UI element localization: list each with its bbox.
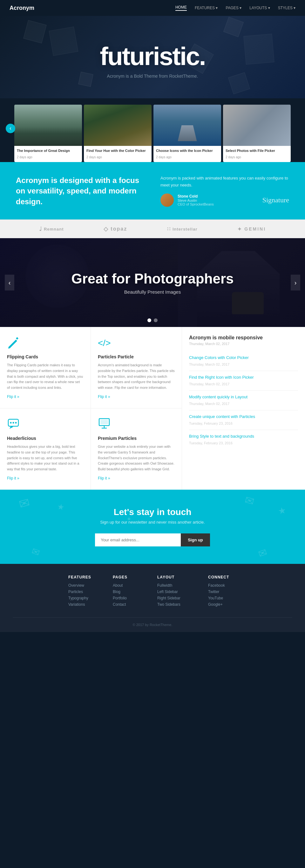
card-4-info: Select Photos with File Picker 2 days ag… bbox=[223, 146, 291, 162]
news-item-3-title[interactable]: Modify content quickly in Layout bbox=[189, 395, 298, 399]
footer-link-variations[interactable]: Variations bbox=[68, 602, 97, 607]
hero-section: futuristic. Acronym is a Bold Theme from… bbox=[0, 16, 305, 98]
footer-link-twitter[interactable]: Twitter bbox=[208, 590, 237, 594]
news-item-2-date: Thursday, March 02, 2017 bbox=[189, 382, 230, 386]
footer-bottom: © 2017 by RocketTheme. bbox=[13, 617, 292, 627]
footer-link-about[interactable]: About bbox=[113, 583, 141, 588]
feature-3-title: Headerlicious bbox=[7, 436, 84, 441]
nav-home[interactable]: HOME bbox=[175, 5, 187, 11]
feature-4-body: Give your website a look entirely your o… bbox=[98, 444, 175, 472]
feature-3-link[interactable]: Flip it » bbox=[7, 476, 19, 480]
feature-2-body: Acronym's animated background is made po… bbox=[98, 363, 175, 391]
code-icon: </> bbox=[98, 336, 175, 350]
footer-link-particles[interactable]: Particles bbox=[68, 590, 97, 594]
teal-left: Acronym is designed with a focus on vers… bbox=[16, 175, 144, 207]
nav-styles[interactable]: STYLES ▾ bbox=[278, 6, 296, 10]
news-title: Acronym is mobile responsive bbox=[189, 335, 298, 341]
photo-prev-button[interactable]: ‹ bbox=[5, 275, 14, 290]
content-area: Flipping Cards The Flipping Cards partic… bbox=[0, 327, 305, 490]
footer-col-pages: PAGES About Blog Portfolio Contact bbox=[113, 575, 141, 609]
feature-2-link[interactable]: Flip it » bbox=[98, 395, 110, 399]
newsletter-bg-decoration: ✉ ★ ✉ ★ ✉ ✉ ● ● bbox=[0, 490, 305, 564]
photo-next-button[interactable]: › bbox=[291, 275, 300, 290]
brand-topaz[interactable]: ◇ topaz bbox=[104, 225, 127, 232]
slide-card-3[interactable]: Choose Icons with the Icon Picker 2 days… bbox=[154, 105, 221, 162]
hero-subtext: Acronym is a Bold Theme from RocketTheme… bbox=[107, 73, 198, 79]
brand-remnant[interactable]: ♩ Remnant bbox=[39, 225, 64, 232]
brand-interstellar[interactable]: ∷ Interstellar bbox=[167, 226, 197, 232]
footer-link-portfolio[interactable]: Portfolio bbox=[113, 596, 141, 600]
card-3-info: Choose Icons with the Icon Picker 2 days… bbox=[154, 146, 221, 162]
author-name: Stone Cold bbox=[177, 194, 214, 198]
news-item-4: Create unique content with Particles Tue… bbox=[189, 410, 298, 430]
news-item-3: Modify content quickly in Layout Thursda… bbox=[189, 391, 298, 410]
footer-link-contact[interactable]: Contact bbox=[113, 602, 141, 607]
grid-icon: ∷ bbox=[167, 226, 171, 232]
news-item-2-title[interactable]: Find the Right Icon with Icon Picker bbox=[189, 375, 298, 380]
brand-remnant-label: Remnant bbox=[44, 227, 64, 231]
feature-1-link[interactable]: Flip it » bbox=[7, 395, 19, 399]
photo-dot-2[interactable] bbox=[154, 318, 158, 322]
footer-link-right-sidebar[interactable]: Right Sidebar bbox=[157, 596, 192, 600]
footer-link-fullwidth[interactable]: Fullwidth bbox=[157, 583, 192, 588]
photo-dots-container bbox=[147, 318, 158, 322]
nav-layouts[interactable]: LAYOUTS ▾ bbox=[249, 6, 270, 10]
newsletter-email-input[interactable] bbox=[95, 533, 181, 547]
footer-link-overview[interactable]: Overview bbox=[68, 583, 97, 588]
author-title: Steve Austin bbox=[177, 198, 214, 202]
footer-link-facebook[interactable]: Facebook bbox=[208, 583, 237, 588]
news-item-4-title[interactable]: Create unique content with Particles bbox=[189, 414, 298, 419]
footer-link-left-sidebar[interactable]: Left Sidebar bbox=[157, 590, 192, 594]
slide-card-4[interactable]: Select Photos with File Picker 2 days ag… bbox=[223, 105, 291, 162]
nav-features[interactable]: FEATURES ▾ bbox=[195, 6, 218, 10]
feature-4-link[interactable]: Flip it » bbox=[98, 476, 110, 480]
teal-section: Acronym is designed with a focus on vers… bbox=[0, 162, 305, 219]
footer-link-blog[interactable]: Blog bbox=[113, 590, 141, 594]
footer-link-google-plus[interactable]: Google+ bbox=[208, 602, 237, 607]
music-icon: ♩ bbox=[39, 225, 42, 232]
brand-gemini[interactable]: ✦ GEMINI bbox=[237, 226, 266, 232]
author-company: CEO of SprocketBeans bbox=[177, 202, 214, 206]
card-3-img bbox=[154, 105, 221, 146]
newsletter-section: ✉ ★ ✉ ★ ✉ ✉ ● ● Let's stay in touch Sign… bbox=[0, 490, 305, 564]
photo-dot-1[interactable] bbox=[147, 318, 151, 322]
brand-gemini-label: GEMINI bbox=[244, 226, 266, 231]
monitor-icon bbox=[98, 417, 175, 431]
card-2-img bbox=[84, 105, 151, 146]
features-grid: Flipping Cards The Flipping Cards partic… bbox=[0, 327, 182, 490]
card-3-date: 2 days ago bbox=[156, 155, 171, 159]
feature-card-4: Premium Particles Give your website a lo… bbox=[91, 408, 182, 490]
chat-icon bbox=[7, 417, 84, 431]
slide-card-2[interactable]: Find Your Hue with the Color Picker 2 da… bbox=[84, 105, 151, 162]
footer-link-typography[interactable]: Typography bbox=[68, 596, 97, 600]
brand-interstellar-label: Interstellar bbox=[172, 227, 197, 231]
svg-rect-9 bbox=[101, 420, 108, 424]
pen-icon bbox=[7, 336, 84, 350]
feature-card-1: Flipping Cards The Flipping Cards partic… bbox=[0, 327, 91, 408]
card-4-date: 2 days ago bbox=[226, 155, 241, 159]
avatar bbox=[161, 193, 174, 207]
brand-topaz-label: topaz bbox=[111, 226, 127, 232]
news-item-5-title[interactable]: Bring Style to text and backgrounds bbox=[189, 434, 298, 439]
slider-section: ‹ The Importance of Great Design 2 days … bbox=[0, 98, 305, 162]
footer-col-features: FEATURES Overview Particles Typography V… bbox=[68, 575, 97, 609]
nav-pages[interactable]: PAGES ▾ bbox=[226, 6, 242, 10]
slider-prev-button[interactable]: ‹ bbox=[6, 124, 15, 133]
photo-hero-content: Great for Photographers Beautifully Pres… bbox=[72, 271, 234, 294]
photo-hero-subtitle: Beautifully Present Images bbox=[72, 289, 234, 294]
diamond-icon: ◇ bbox=[104, 225, 109, 232]
newsletter-submit-button[interactable]: Sign up bbox=[181, 533, 210, 547]
nav-links: HOME FEATURES ▾ PAGES ▾ LAYOUTS ▾ STYLES… bbox=[175, 5, 296, 11]
footer-col-layout-title: LAYOUT bbox=[157, 575, 192, 580]
hero-headline: futuristic. bbox=[100, 42, 205, 71]
slider-cards-container: The Importance of Great Design 2 days ag… bbox=[5, 105, 300, 162]
footer-link-two-sidebars[interactable]: Two Sidebars bbox=[157, 602, 192, 607]
news-item-1-title[interactable]: Change Colors with Color Picker bbox=[189, 355, 298, 360]
slide-card-1[interactable]: The Importance of Great Design 2 days ag… bbox=[14, 105, 82, 162]
nav-logo[interactable]: Acronym bbox=[9, 5, 34, 11]
footer-col-pages-title: PAGES bbox=[113, 575, 141, 580]
news-item-4-date: Tuesday, February 23, 2016 bbox=[189, 422, 232, 425]
footer-link-youtube[interactable]: YouTube bbox=[208, 596, 237, 600]
svg-point-3 bbox=[10, 422, 12, 424]
author-info: Stone Cold Steve Austin CEO of SprocketB… bbox=[177, 194, 214, 206]
